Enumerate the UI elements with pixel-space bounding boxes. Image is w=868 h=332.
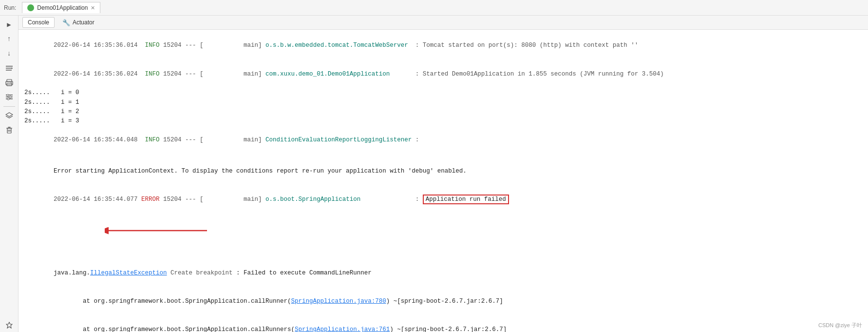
arrow-indicator [68,214,212,247]
console-tab-label: Console [28,19,49,26]
red-arrow-svg [105,224,212,237]
tab-icon [27,4,34,11]
scroll-down-button[interactable]: ↓ [2,47,17,60]
svg-point-12 [7,98,9,100]
content-area: Console 🔧 Actuator 2022-06-14 16:35:36.0… [19,16,868,332]
app-tab[interactable]: Demo01Application ✕ [22,2,100,13]
trash-button[interactable] [2,123,17,137]
svg-point-10 [7,94,9,96]
scroll-up-button[interactable]: ↑ [2,32,17,46]
layers-icon [5,112,13,119]
log-line-i0: 2s..... i = 0 [24,88,862,98]
run-label: Run: [4,4,16,11]
svg-rect-1 [6,68,11,69]
console-output: 2022-06-14 16:35:36.014 INFO 15204 --- [… [19,30,868,332]
tab-title: Demo01Application [37,4,88,11]
svg-rect-2 [6,70,12,71]
svg-rect-0 [6,66,13,67]
stack-line-2: at org.springframework.boot.SpringApplic… [24,316,862,332]
top-bar: Run: Demo01Application ✕ [0,0,868,16]
log-line-i3: 2s..... i = 3 [24,117,862,126]
log-line-started: 2022-06-14 16:35:36.024 INFO 15204 --- [… [24,60,862,88]
actuator-icon: 🔧 [62,19,70,26]
pin-icon [6,322,13,329]
log-line-exception-header: java.lang.IllegalStateException Create b… [24,259,862,287]
tab-actuator[interactable]: 🔧 Actuator [57,18,99,28]
pin-button[interactable] [2,318,17,332]
tab-console[interactable]: Console [22,17,55,28]
layers-button[interactable] [2,109,17,122]
sidebar-divider [3,106,15,107]
wrap-icon [5,65,13,72]
svg-point-11 [9,96,11,98]
log-line-condition: 2022-06-14 16:35:44.048 INFO 15204 --- [… [24,126,862,155]
stack-line-1: at org.springframework.boot.SpringApplic… [24,287,862,315]
svg-point-6 [11,82,12,83]
print-icon [5,79,13,87]
trash-icon [6,126,13,134]
log-line-i1: 2s..... i = 1 [24,98,862,107]
list-filter-button[interactable] [2,91,17,104]
print-button[interactable] [2,76,17,90]
main-area: ▶ ↑ ↓ [0,16,868,332]
wrap-button[interactable] [2,61,17,75]
list-filter-icon [5,94,13,101]
watermark: CSDN @ziye 子叶 [818,322,862,329]
log-line-i2: 2s..... i = 2 [24,107,862,117]
log-line-error-context: Error starting ApplicationContext. To di… [24,157,862,186]
toolbar: Console 🔧 Actuator [19,16,868,30]
sidebar: ▶ ↑ ↓ [0,16,19,332]
tab-close-button[interactable]: ✕ [91,5,95,11]
play-button[interactable]: ▶ [2,18,17,31]
application-run-failed-badge: Application run failed [423,195,509,204]
log-line-tomcat: 2022-06-14 16:35:36.014 INFO 15204 --- [… [24,32,862,60]
log-line-error-main: 2022-06-14 16:35:44.077 ERROR 15204 --- … [24,186,862,256]
actuator-tab-label: Actuator [73,19,94,26]
